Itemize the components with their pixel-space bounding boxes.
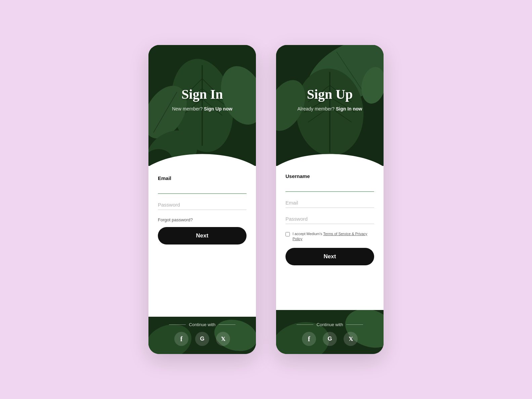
signin-subtitle: New member? Sign Up now: [172, 106, 232, 112]
signin-email-label: Email: [158, 175, 247, 181]
signup-next-button[interactable]: Next: [285, 248, 374, 265]
signup-subtitle: Already member? Sign In now: [298, 106, 362, 112]
signin-google-button[interactable]: G: [195, 332, 209, 346]
signup-google-button[interactable]: G: [323, 332, 337, 346]
signin-social-icons: f G 𝕏: [174, 332, 230, 346]
signin-header-content: Sign In New member? Sign Up now // Fill …: [148, 45, 256, 166]
divider-left: [169, 324, 186, 325]
signup-divider-left: [297, 324, 313, 325]
signup-social-icons: f G 𝕏: [302, 332, 358, 346]
signup-divider-right: [346, 324, 363, 325]
google-icon: G: [200, 336, 204, 342]
signin-next-button[interactable]: Next: [158, 227, 247, 245]
signup-header-content: Sign Up Already member? Sign In now: [276, 45, 384, 166]
twitter-icon: 𝕏: [221, 336, 225, 342]
signin-twitter-button[interactable]: 𝕏: [216, 332, 230, 346]
signin-card: Sign In New member? Sign Up now // Fill …: [148, 45, 256, 354]
signup-password-input[interactable]: [285, 214, 374, 224]
signin-title: Sign In: [181, 86, 223, 102]
signup-card: Sign Up Already member? Sign In now User…: [276, 45, 384, 354]
signup-password-group: [285, 214, 374, 224]
signup-header: Sign Up Already member? Sign In now: [276, 45, 384, 166]
signin-footer: Continue with f G 𝕏: [148, 317, 256, 354]
signin-continue-with: Continue with: [169, 322, 236, 327]
signup-continue-with: Continue with: [297, 322, 363, 327]
signup-twitter-button[interactable]: 𝕏: [344, 332, 358, 346]
signin-password-group: [158, 200, 247, 210]
signin-header: Sign In New member? Sign Up now // Fill …: [148, 45, 256, 166]
signup-username-label: Username: [285, 173, 374, 179]
signin-email-group: Email: [158, 175, 247, 194]
divider-right: [219, 324, 235, 325]
facebook-icon: f: [308, 335, 310, 343]
signup-title: Sign Up: [307, 86, 353, 102]
signup-terms-group: I accept Medium's Terms of Service & Pri…: [285, 231, 374, 242]
signup-username-group: Username: [285, 173, 374, 192]
signup-continue-label: Continue with: [317, 322, 343, 327]
signin-forgot-password[interactable]: Forgot password?: [158, 217, 247, 222]
signup-username-input[interactable]: [285, 182, 374, 192]
signin-facebook-button[interactable]: f: [174, 332, 188, 346]
signup-email-input[interactable]: [285, 198, 374, 208]
twitter-icon: 𝕏: [349, 336, 353, 342]
signup-email-group: [285, 198, 374, 208]
signup-terms-label: I accept Medium's Terms of Service & Pri…: [293, 231, 374, 242]
signup-form: Username I accept Medium's Terms of Serv…: [276, 166, 384, 310]
signin-email-input[interactable]: [158, 184, 247, 194]
signup-terms-link[interactable]: Terms of Service & Privacy Policy: [293, 232, 367, 241]
signup-footer: Continue with f G 𝕏: [276, 310, 384, 354]
signup-facebook-button[interactable]: f: [302, 332, 316, 346]
signup-terms-checkbox[interactable]: [285, 232, 290, 236]
signin-form: Email Forgot password? Next: [148, 166, 256, 317]
signup-signin-link[interactable]: Sign In now: [336, 106, 362, 112]
signin-continue-label: Continue with: [189, 322, 216, 327]
signin-signup-link[interactable]: Sign Up now: [204, 106, 232, 112]
facebook-icon: f: [180, 335, 183, 343]
signin-password-input[interactable]: [158, 200, 247, 210]
google-icon: G: [327, 336, 332, 342]
